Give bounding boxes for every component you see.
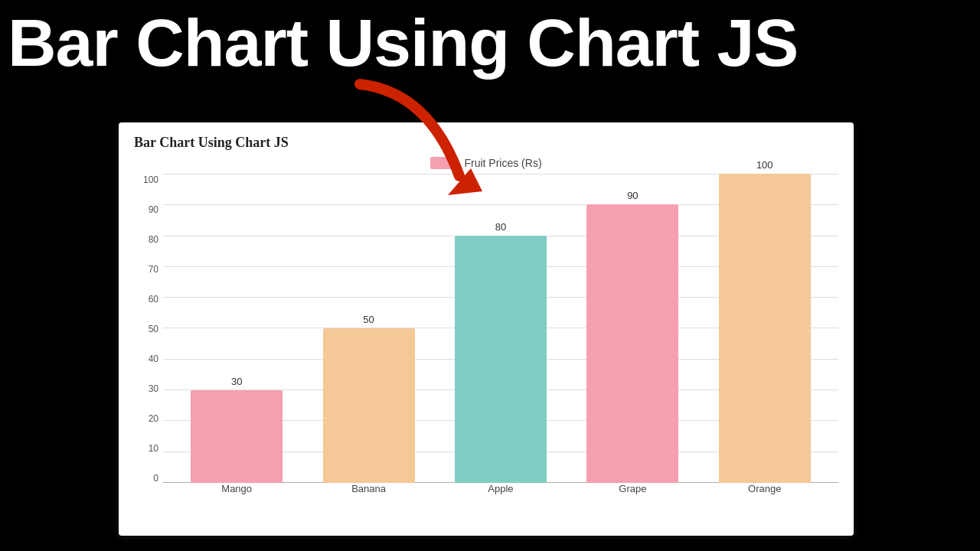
bar-value-orange: 100 bbox=[756, 159, 773, 171]
bar-value-apple: 80 bbox=[495, 221, 506, 233]
main-title: Bar Chart Using Chart JS bbox=[0, 0, 980, 78]
bar-value-grape: 90 bbox=[627, 190, 638, 201]
bar-group-apple: 80 bbox=[455, 221, 547, 483]
bars-row: 30 50 80 90 bbox=[163, 174, 838, 483]
y-label-10: 10 bbox=[149, 444, 158, 453]
x-label-grape: Grape bbox=[586, 483, 678, 503]
y-label-0: 0 bbox=[153, 474, 158, 483]
y-label-100: 100 bbox=[143, 175, 158, 184]
bar-banana bbox=[323, 328, 415, 483]
bars-container: 30 50 80 90 bbox=[163, 174, 838, 503]
y-label-40: 40 bbox=[149, 354, 158, 364]
y-axis: 100 90 80 70 60 50 40 30 20 10 0 bbox=[134, 174, 163, 503]
bar-value-mango: 30 bbox=[231, 376, 242, 387]
bar-grape bbox=[586, 204, 678, 483]
chart-area: 100 90 80 70 60 50 40 30 20 10 0 bbox=[134, 174, 838, 503]
bar-apple bbox=[455, 236, 547, 483]
y-label-60: 60 bbox=[149, 295, 158, 304]
bar-group-grape: 90 bbox=[586, 190, 678, 483]
bar-group-banana: 50 bbox=[323, 314, 415, 483]
y-label-70: 70 bbox=[149, 265, 158, 274]
x-label-orange: Orange bbox=[719, 483, 811, 503]
y-label-90: 90 bbox=[149, 205, 158, 214]
bar-mango bbox=[191, 390, 283, 483]
x-axis: Mango Banana Apple Grape Orange bbox=[163, 483, 838, 503]
arrow-decoration bbox=[337, 77, 505, 202]
bar-value-banana: 50 bbox=[363, 314, 374, 325]
y-label-80: 80 bbox=[149, 235, 158, 244]
bar-group-orange: 100 bbox=[719, 159, 811, 483]
x-label-apple: Apple bbox=[455, 483, 547, 503]
y-label-30: 30 bbox=[149, 384, 158, 393]
x-label-banana: Banana bbox=[323, 483, 415, 503]
y-label-20: 20 bbox=[149, 414, 158, 423]
bar-group-mango: 30 bbox=[191, 376, 283, 483]
x-label-mango: Mango bbox=[191, 483, 283, 503]
y-label-50: 50 bbox=[149, 324, 158, 334]
bar-orange bbox=[719, 174, 811, 483]
